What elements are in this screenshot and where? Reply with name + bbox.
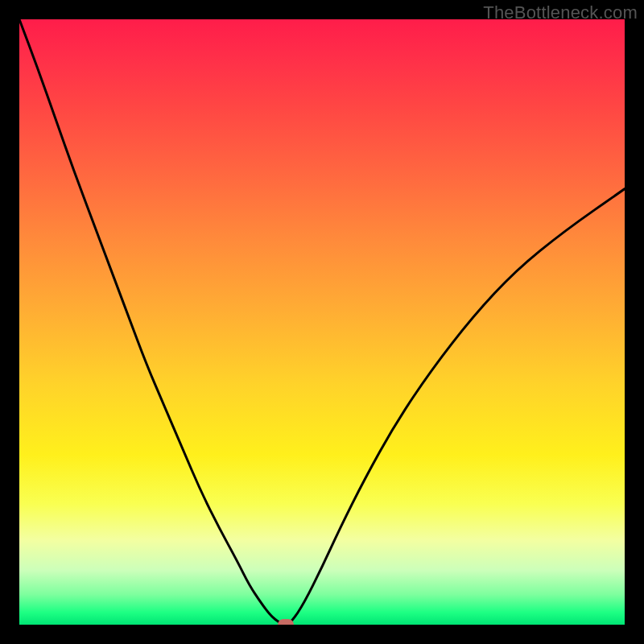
optimal-point-marker <box>278 619 294 625</box>
plot-area <box>19 19 625 625</box>
chart-frame: TheBottleneck.com <box>0 0 644 644</box>
watermark-text: TheBottleneck.com <box>483 2 638 23</box>
bottleneck-curve <box>19 19 625 625</box>
